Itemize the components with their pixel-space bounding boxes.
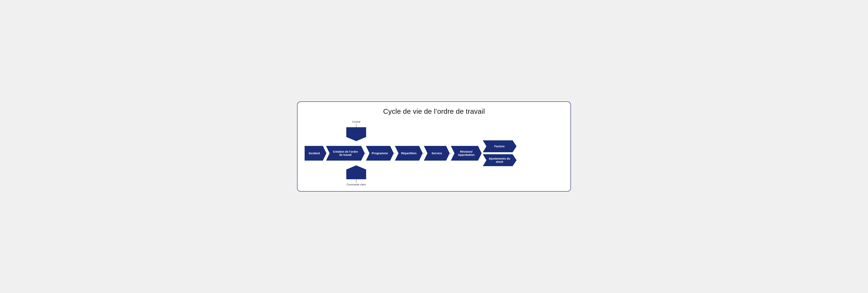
arrow-creation: Création de l’ordre de travail bbox=[326, 146, 365, 160]
contrat-area: Contrat bbox=[346, 120, 366, 141]
arrow-service: Service bbox=[424, 146, 450, 160]
commande-connector bbox=[356, 179, 356, 183]
arrow-revision: Révision/ Approbation bbox=[451, 146, 482, 160]
connector-3 bbox=[423, 153, 425, 154]
commande-shape bbox=[346, 165, 366, 179]
connector-4 bbox=[450, 153, 452, 154]
contrat-shape bbox=[346, 127, 366, 141]
contrat-connector bbox=[356, 124, 356, 127]
connector-1 bbox=[365, 153, 367, 154]
diagram-container: Cycle de vie de l’ordre de travail Contr… bbox=[297, 101, 571, 192]
commande-label: Commande client bbox=[346, 183, 366, 186]
flow-wrapper: Contrat Commande client Incident Créatio… bbox=[305, 122, 563, 184]
arrow-repartition: Répartition bbox=[395, 146, 423, 160]
connector-2 bbox=[394, 153, 396, 154]
commande-area: Commande client bbox=[346, 165, 366, 186]
contrat-label: Contrat bbox=[352, 120, 361, 123]
diagram-title: Cycle de vie de l’ordre de travail bbox=[305, 108, 563, 115]
arrow-ajustements: Ajustements du stock bbox=[483, 154, 517, 166]
arrow-programme: Programme bbox=[366, 146, 394, 160]
right-split: Facture Ajustements du stock bbox=[483, 140, 517, 166]
arrow-incident: Incident bbox=[305, 146, 327, 160]
main-flow: Incident Création de l’ordre de travail … bbox=[305, 140, 563, 166]
arrow-facture: Facture bbox=[483, 140, 517, 152]
